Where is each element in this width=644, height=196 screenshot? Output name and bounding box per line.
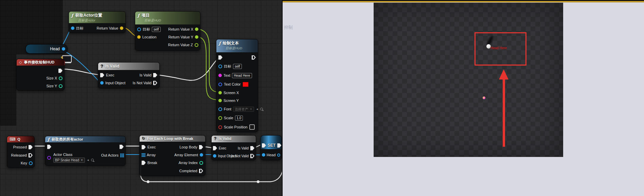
head-variable-label: Head (50, 47, 60, 51)
array-index-pin[interactable] (199, 161, 203, 165)
input-object-pin[interactable] (213, 154, 216, 158)
key-pin[interactable] (29, 161, 33, 165)
text-pin[interactable] (218, 74, 222, 77)
node-header[interactable]: ? Is Valid (212, 136, 256, 142)
pin-row: Location (137, 34, 157, 40)
size-x-pin[interactable] (59, 76, 62, 80)
array-element-pin[interactable] (200, 153, 203, 157)
node-project[interactable]: ƒ 项目 目标是HUD 目标 self Location Return Valu… (135, 11, 200, 51)
scale-value-box[interactable]: 1.0 (235, 115, 243, 121)
target-pin[interactable] (218, 65, 222, 68)
exec-out-pin[interactable] (120, 145, 124, 149)
exec-in-pin[interactable] (100, 73, 104, 77)
pressed-pin[interactable] (29, 145, 33, 149)
exec-out-pin[interactable] (277, 143, 281, 148)
browse-asset-icon[interactable] (260, 108, 263, 110)
is-valid-out-pin[interactable] (250, 146, 254, 150)
screen-x-pin[interactable] (218, 91, 222, 94)
pin-row (218, 55, 222, 60)
blueprint-editor-window: Head ↯ ƒ 获取Actor位置 目标是Actor 目标 Return Va… (0, 0, 644, 196)
return-value-pin[interactable] (120, 26, 123, 30)
location-pin[interactable] (137, 35, 141, 39)
reroute-node[interactable] (257, 180, 260, 183)
node-header[interactable]: ⌨ Q (7, 136, 34, 142)
actor-class-pin[interactable] (47, 156, 51, 160)
size-y-pin[interactable] (59, 84, 62, 88)
return-x-pin[interactable] (195, 28, 198, 31)
node-head-variable[interactable]: Head (25, 44, 68, 54)
head-output-pin[interactable] (62, 47, 65, 51)
node-get-actor-location[interactable]: ƒ 获取Actor位置 目标是Actor 目标 Return Value (69, 11, 126, 33)
node-header[interactable]: ? Is Valid (98, 63, 159, 70)
break-pin[interactable] (142, 161, 146, 165)
pin-label: Exec (219, 146, 226, 150)
loop-body-pin[interactable] (199, 145, 203, 149)
head-out-pin[interactable] (277, 154, 280, 157)
text-color-pin[interactable] (218, 83, 222, 86)
node-header[interactable]: ◇ 事件接收绘制HUD (17, 59, 64, 66)
node-set-head[interactable]: SET Head (260, 135, 282, 160)
pin-row (47, 155, 51, 160)
exec-out-pin[interactable] (58, 69, 62, 73)
scale-position-pin[interactable] (218, 125, 222, 129)
node-header[interactable]: ƒ 获取类的所有actor (45, 136, 125, 142)
node-header[interactable]: ƒ 项目 目标是HUD (135, 12, 200, 24)
node-event-receive-draw-hud[interactable]: ◇ 事件接收绘制HUD Size X Size Y (16, 59, 65, 91)
use-selected-icon[interactable]: ◄ (256, 108, 258, 111)
node-is-valid-2[interactable]: ? Is Valid Exec Input Object Is Valid Is… (211, 135, 256, 160)
exec-in-pin[interactable] (47, 145, 51, 149)
game-viewport[interactable]: Head Here (374, 3, 563, 157)
head-in-pin[interactable] (262, 153, 265, 157)
node-key-q-event[interactable]: ⌨ Q Pressed Released Key (7, 136, 35, 168)
reroute-node[interactable] (147, 180, 149, 183)
node-header[interactable]: ƒ 获取Actor位置 目标是Actor (69, 12, 125, 23)
pin-row: Return Value Z (168, 42, 198, 48)
scale-position-checkbox[interactable] (249, 124, 255, 130)
blueprint-graph-canvas[interactable]: Head ↯ ƒ 获取Actor位置 目标是Actor 目标 Return Va… (0, 0, 283, 196)
is-not-valid-out-pin[interactable] (250, 154, 254, 158)
scale-pin[interactable] (218, 116, 222, 120)
pin-row: Out Actors (101, 153, 124, 158)
text-value-box[interactable]: Head Here (232, 73, 252, 78)
pin-label: Return Value (97, 26, 118, 30)
completed-pin[interactable] (199, 169, 203, 173)
array-pin[interactable] (142, 153, 143, 154)
question-icon: ? (101, 64, 103, 69)
node-for-each-loop-with-break[interactable]: ↻ For Each Loop with Break Exec Array Br… (139, 135, 205, 176)
node-title: Is Valid (105, 64, 119, 69)
use-selected-icon[interactable]: ◄ (87, 159, 89, 162)
screen-y-pin[interactable] (218, 99, 222, 102)
font-asset-dropdown[interactable]: 选择资产 ▼ (233, 107, 254, 112)
return-z-pin[interactable] (195, 43, 198, 47)
node-header[interactable]: ↻ For Each Loop with Break (140, 136, 205, 142)
color-swatch[interactable] (243, 82, 249, 87)
pin-label: Text Color (224, 82, 241, 86)
node-draw-text[interactable]: ƒ 绘制文本 目标是HUD 目标 self Text Head Here (216, 39, 258, 132)
pin-label: Completed (179, 169, 197, 173)
node-header[interactable]: ƒ 绘制文本 目标是HUD (216, 39, 258, 52)
pin-row: 目标 (71, 25, 84, 31)
target-pin[interactable] (71, 26, 74, 30)
exec-out-pin[interactable] (252, 55, 256, 60)
exec-in-pin[interactable] (262, 143, 266, 148)
return-y-pin[interactable] (195, 35, 198, 39)
font-pin[interactable] (218, 107, 222, 111)
exec-in-pin[interactable] (142, 145, 146, 149)
released-pin[interactable] (29, 153, 33, 158)
pin-label: Text (223, 73, 230, 77)
is-valid-out-pin[interactable] (153, 73, 157, 77)
browse-asset-icon[interactable] (91, 159, 94, 161)
input-object-pin[interactable] (100, 81, 104, 85)
actor-class-dropdown[interactable]: BP Snake Head ▼ (53, 158, 85, 163)
exec-in-pin[interactable] (218, 55, 222, 60)
self-value-box[interactable]: self (152, 27, 161, 32)
out-actors-array-pin[interactable] (120, 154, 121, 155)
pin-label: Exec (106, 73, 114, 77)
node-get-all-actors-of-class[interactable]: ƒ 获取类的所有actor Actor Class BP Snake Head … (45, 136, 126, 166)
exec-in-pin[interactable] (213, 146, 217, 150)
is-not-valid-out-pin[interactable] (153, 81, 157, 85)
target-pin[interactable] (137, 28, 141, 31)
pin-row: Scale 1.0 (218, 115, 243, 121)
self-value-box[interactable]: self (233, 64, 242, 69)
node-is-valid-1[interactable]: ? Is Valid Exec Input Object Is Valid Is… (98, 62, 160, 88)
